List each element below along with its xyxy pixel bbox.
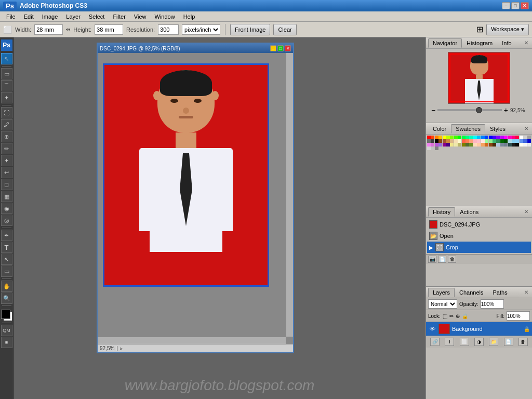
menu-file[interactable]: File: [2, 12, 20, 21]
dodge-tool[interactable]: ◎: [1, 215, 12, 226]
layer-adjustment-button[interactable]: ◑: [474, 338, 484, 346]
menu-select[interactable]: Select: [85, 12, 109, 21]
layer-group-button[interactable]: 📁: [489, 338, 498, 346]
swatch-#ff0040[interactable]: [515, 136, 519, 139]
swatch-#8000ff[interactable]: [496, 136, 500, 139]
screen-mode-btn[interactable]: ■: [1, 337, 12, 348]
swatch-#ffb6c1[interactable]: [473, 139, 477, 143]
swatch-#ba55d3[interactable]: [435, 143, 438, 147]
swatch-#f5deb3[interactable]: [454, 139, 458, 143]
path-selection-tool[interactable]: ↖: [1, 254, 12, 265]
swatch-#deb887[interactable]: [450, 139, 454, 143]
tab-histogram[interactable]: Histogram: [462, 38, 497, 48]
swatch-#ff7f50[interactable]: [466, 139, 469, 143]
menu-filter[interactable]: Filter: [109, 12, 129, 21]
lock-all-icon[interactable]: 🔒: [462, 313, 468, 319]
doc-scrollbar-vertical[interactable]: [286, 53, 293, 337]
clear-button[interactable]: Clear: [273, 24, 296, 35]
swatch-#0080ff[interactable]: [481, 136, 485, 139]
swatch-#708090[interactable]: [504, 143, 508, 147]
color-swatches[interactable]: [1, 310, 12, 321]
eyedropper-tool[interactable]: 🖋: [1, 119, 12, 130]
swatch-#0000cd[interactable]: [527, 139, 531, 143]
tab-actions[interactable]: Actions: [455, 207, 483, 217]
swatch-#ffff00[interactable]: [443, 136, 446, 139]
text-tool[interactable]: T: [1, 242, 12, 253]
tab-info[interactable]: Info: [497, 38, 516, 48]
swatch-#8b4513[interactable]: [489, 143, 493, 147]
tab-history[interactable]: History: [428, 207, 455, 217]
shape-tool[interactable]: ▭: [1, 265, 12, 277]
swatch-#ffdab9[interactable]: [473, 143, 477, 147]
lock-transparency-icon[interactable]: ⬚: [443, 313, 447, 319]
zoom-slider[interactable]: [437, 109, 502, 111]
menu-help[interactable]: Help: [179, 12, 200, 21]
swatch-#8b4513[interactable]: [438, 139, 442, 143]
crop-tool[interactable]: ⛶: [1, 107, 12, 118]
blur-tool[interactable]: ◉: [1, 203, 12, 214]
menu-image[interactable]: Image: [38, 12, 62, 21]
swatch-#ff8000[interactable]: [435, 136, 438, 139]
swatch-#87cefa[interactable]: [515, 139, 519, 143]
tab-paths[interactable]: Paths: [488, 288, 512, 297]
history-item-crop[interactable]: ▶ ⛶ Crop: [427, 242, 531, 253]
swatch-#98fb98[interactable]: [485, 139, 488, 143]
swatch-#ffc0cb[interactable]: [477, 139, 481, 143]
swatch-#404040[interactable]: [431, 139, 434, 143]
tab-styles[interactable]: Styles: [485, 124, 510, 134]
swatch-#ff0080[interactable]: [512, 136, 515, 139]
doc-minimize-button[interactable]: –: [270, 45, 276, 51]
navigator-panel-close[interactable]: ✕: [523, 39, 530, 46]
tab-color[interactable]: Color: [428, 124, 451, 134]
history-panel-close[interactable]: ✕: [523, 208, 530, 215]
tab-swatches[interactable]: Swatches: [451, 124, 485, 134]
swatch-#00ffff[interactable]: [473, 136, 477, 139]
minimize-button[interactable]: –: [502, 2, 510, 9]
swatch-#6b8e23[interactable]: [469, 143, 473, 147]
quick-mask-btn[interactable]: QM: [1, 325, 12, 336]
resolution-unit-select[interactable]: pixels/inch pixels/cm: [182, 24, 220, 35]
layer-mask-button[interactable]: ⬜: [460, 338, 469, 346]
fill-input[interactable]: [507, 311, 530, 321]
swatch-#ee82ee[interactable]: [427, 143, 431, 147]
swatch-#90ee90[interactable]: [489, 139, 493, 143]
swatch-#bdb76b[interactable]: [458, 143, 461, 147]
doc-close-button[interactable]: ✕: [285, 45, 291, 51]
eraser-tool[interactable]: ◻: [1, 179, 12, 190]
workspace-button[interactable]: Workspace ▾: [486, 24, 529, 35]
resolution-input[interactable]: [158, 24, 179, 35]
swatch-#bf00ff[interactable]: [500, 136, 504, 139]
swatch-#d3d3d3[interactable]: [427, 147, 431, 150]
swatch-#2e8b57[interactable]: [496, 139, 500, 143]
swatch-#004d00[interactable]: [504, 139, 508, 143]
zoom-tool[interactable]: 🔍: [1, 292, 12, 304]
layer-delete-button[interactable]: 🗑: [518, 338, 528, 346]
swatch-#ffa07a[interactable]: [469, 139, 473, 143]
pen-tool[interactable]: ✒: [1, 230, 12, 241]
swatch-#4000ff[interactable]: [493, 136, 496, 139]
opacity-input[interactable]: [481, 299, 504, 309]
lock-paint-icon[interactable]: ✏: [449, 313, 454, 319]
gradient-tool[interactable]: ▦: [1, 191, 12, 202]
swatch-#808000[interactable]: [462, 143, 466, 147]
swatch-#da70d6[interactable]: [431, 143, 434, 147]
swatch-#a0522d[interactable]: [443, 139, 446, 143]
swatch-#a0a0a0[interactable]: [527, 136, 531, 139]
front-image-button[interactable]: Front Image: [230, 24, 270, 35]
swatch-#ff00ff[interactable]: [504, 136, 508, 139]
swatch-#0000ff[interactable]: [489, 136, 493, 139]
swatch-#bfff00[interactable]: [446, 136, 450, 139]
swatch-#80ff00[interactable]: [450, 136, 454, 139]
swatch-#40ff00[interactable]: [454, 136, 458, 139]
swatch-#808080[interactable]: [435, 147, 438, 150]
layer-background[interactable]: 👁 Background 🔒: [426, 322, 532, 336]
swatch-#ffffff[interactable]: [520, 136, 523, 139]
layers-panel-close[interactable]: ✕: [523, 289, 530, 296]
swatch-#d0d0d0[interactable]: [523, 136, 527, 139]
swatch-#6495ed[interactable]: [520, 139, 523, 143]
lock-position-icon[interactable]: ⊕: [456, 313, 460, 319]
swatch-#9370db[interactable]: [438, 143, 442, 147]
swatch-#556b2f[interactable]: [466, 143, 469, 147]
swatch-#1c1c1c[interactable]: [512, 143, 515, 147]
swatch-#ffcba4[interactable]: [477, 143, 481, 147]
